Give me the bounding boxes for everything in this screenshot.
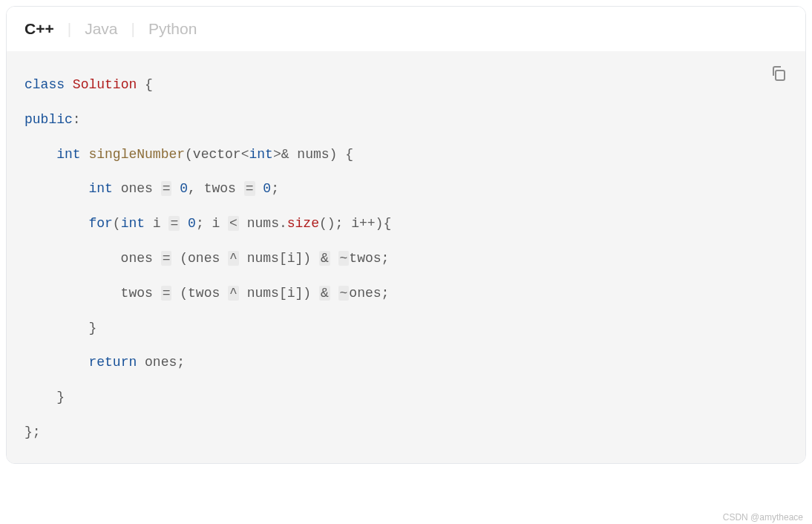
code-block-container: C++ | Java | Python class Solution { pub… (6, 6, 806, 464)
code-content: class Solution { public: int singleNumbe… (24, 68, 788, 450)
tab-cpp[interactable]: C++ (24, 20, 54, 38)
language-tabs: C++ | Java | Python (7, 7, 805, 51)
code-area: class Solution { public: int singleNumbe… (7, 51, 805, 463)
tab-divider: | (68, 20, 71, 38)
copy-icon (770, 65, 788, 82)
tab-python[interactable]: Python (148, 20, 197, 38)
tab-java[interactable]: Java (85, 20, 117, 38)
svg-rect-0 (776, 71, 785, 80)
tab-divider: | (131, 20, 135, 38)
copy-button[interactable] (770, 65, 788, 82)
